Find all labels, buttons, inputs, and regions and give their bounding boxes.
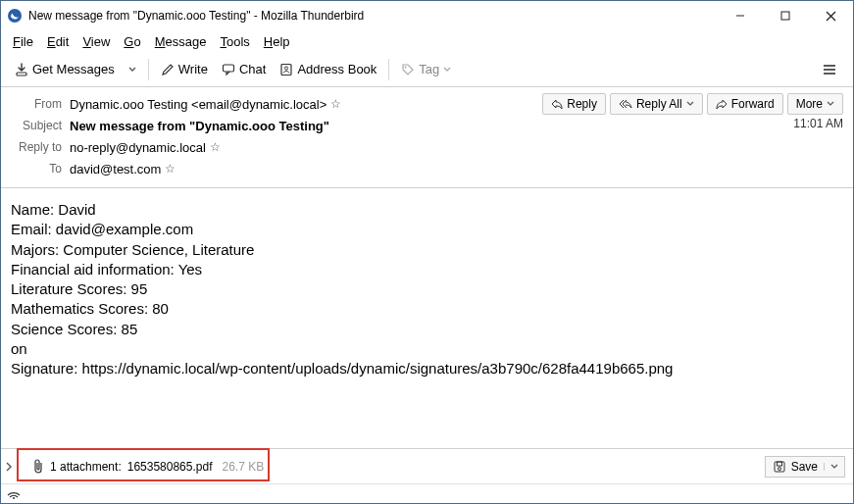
body-line: on: [11, 339, 843, 359]
thunderbird-icon: [7, 8, 23, 24]
to-label: To: [11, 162, 62, 176]
body-line: Science Scores: 85: [11, 320, 843, 339]
svg-rect-2: [781, 12, 789, 20]
star-icon[interactable]: ☆: [330, 97, 341, 111]
svg-rect-14: [777, 462, 781, 466]
menu-file[interactable]: File: [7, 33, 39, 50]
svg-point-15: [778, 467, 780, 470]
message-actions: Reply Reply All Forward More: [542, 93, 843, 115]
save-dropdown[interactable]: [824, 463, 838, 471]
menu-message[interactable]: Message: [149, 33, 213, 50]
tag-icon: [401, 63, 415, 76]
get-messages-button[interactable]: Get Messages: [9, 58, 121, 80]
star-icon[interactable]: ☆: [210, 140, 221, 154]
download-icon: [15, 63, 28, 76]
get-messages-label: Get Messages: [32, 62, 115, 76]
svg-point-9: [405, 66, 407, 68]
from-value[interactable]: Dynamic.ooo Testing <email@dynamic.local…: [70, 97, 327, 112]
forward-icon: [716, 99, 728, 109]
attachment-filename[interactable]: 1653580865.pdf: [127, 460, 213, 474]
body-line: Email: david@example.com: [11, 220, 843, 239]
write-button[interactable]: Write: [155, 58, 214, 80]
reply-all-icon: [619, 99, 632, 109]
menubar: File Edit View Go Message Tools Help: [1, 30, 853, 52]
maximize-button[interactable]: [763, 1, 808, 30]
body-line: Literature Scores: 95: [11, 279, 843, 299]
body-line: Majors: Computer Science, Literature: [11, 240, 843, 260]
body-line: Name: David: [11, 200, 843, 220]
separator: [148, 59, 149, 80]
window-controls: [718, 1, 853, 30]
reply-all-button[interactable]: Reply All: [610, 93, 703, 115]
menu-view[interactable]: View: [76, 33, 116, 50]
to-value[interactable]: david@test.com: [70, 162, 161, 176]
chat-label: Chat: [239, 62, 266, 76]
svg-point-16: [13, 497, 15, 499]
forward-button[interactable]: Forward: [707, 93, 783, 115]
menu-help[interactable]: Help: [258, 33, 296, 50]
svg-rect-5: [17, 73, 26, 76]
reply-icon: [551, 99, 563, 109]
attachment-count[interactable]: 1 attachment:: [50, 460, 122, 474]
body-line: Signature: https://dynamic.local/wp-cont…: [11, 359, 843, 378]
reply-to-value[interactable]: no-reply@dynamic.local: [70, 140, 206, 155]
tag-button[interactable]: Tag: [395, 58, 457, 80]
menu-go[interactable]: Go: [118, 33, 146, 50]
window-title: New message from "Dynamic.ooo Testing" -…: [28, 9, 718, 23]
separator: [388, 59, 389, 80]
address-book-label: Address Book: [297, 62, 377, 76]
pencil-icon: [161, 63, 175, 76]
chat-button[interactable]: Chat: [216, 58, 272, 80]
message-body: Name: David Email: david@example.com Maj…: [1, 188, 853, 448]
body-line: Financial aid information: Yes: [11, 260, 843, 279]
forward-label: Forward: [731, 97, 775, 111]
close-button[interactable]: [808, 1, 853, 30]
reply-all-label: Reply All: [636, 97, 682, 111]
save-icon: [774, 461, 785, 473]
menu-edit[interactable]: Edit: [41, 33, 75, 50]
star-icon[interactable]: ☆: [165, 162, 176, 176]
app-menu-button[interactable]: [814, 59, 845, 80]
from-label: From: [11, 97, 62, 111]
subject-value: New message from "Dynamic.ooo Testing": [70, 119, 329, 133]
attachment-bar: 1 attachment: 1653580865.pdf 26.7 KB Sav…: [1, 448, 853, 483]
body-line: Mathematics Scores: 80: [11, 299, 843, 319]
statusbar: [1, 483, 853, 503]
toolbar: Get Messages Write Chat Address Book Tag: [1, 52, 853, 87]
save-attachment-button[interactable]: Save: [765, 456, 845, 478]
menu-tools[interactable]: Tools: [214, 33, 255, 50]
reply-label: Reply: [567, 97, 597, 111]
chat-icon: [222, 63, 235, 76]
attachment-size: 26.7 KB: [222, 460, 264, 474]
titlebar: New message from "Dynamic.ooo Testing" -…: [1, 1, 853, 30]
minimize-button[interactable]: [718, 1, 763, 30]
paperclip-icon: [32, 459, 44, 475]
message-headers: Reply Reply All Forward More 11:01 AM Fr…: [1, 87, 853, 188]
write-label: Write: [178, 62, 208, 76]
online-status-icon[interactable]: [7, 488, 21, 500]
subject-label: Subject: [11, 119, 62, 132]
save-label: Save: [791, 460, 818, 474]
tag-label: Tag: [419, 62, 439, 76]
svg-point-0: [8, 9, 22, 23]
address-book-button[interactable]: Address Book: [274, 58, 382, 80]
svg-point-8: [285, 66, 288, 69]
more-label: More: [796, 97, 823, 111]
reply-to-label: Reply to: [11, 140, 62, 154]
address-book-icon: [279, 63, 293, 76]
reply-button[interactable]: Reply: [542, 93, 606, 115]
get-messages-dropdown[interactable]: [123, 62, 142, 77]
attachment-expand[interactable]: [5, 462, 19, 472]
thunderbird-window: New message from "Dynamic.ooo Testing" -…: [0, 0, 854, 504]
svg-rect-6: [223, 65, 233, 72]
more-button[interactable]: More: [787, 93, 843, 115]
message-time: 11:01 AM: [793, 117, 843, 130]
